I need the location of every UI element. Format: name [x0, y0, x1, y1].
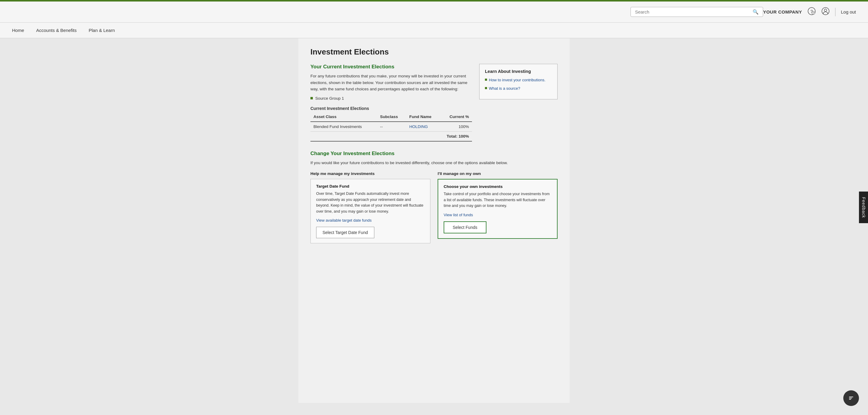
own-investments-card: Choose your own investments Take control… — [438, 179, 558, 239]
search-input[interactable] — [635, 9, 751, 14]
sidebar-link-2[interactable]: What is a source? — [489, 86, 520, 91]
svg-point-5 — [824, 9, 827, 11]
search-icon: 🔍 — [752, 9, 758, 15]
table-title: Current Investment Elections — [310, 106, 472, 111]
chat-bubble[interactable] — [843, 390, 859, 406]
sidebar-col: Learn About Investing How to invest your… — [479, 64, 558, 99]
page-title: Investment Elections — [310, 47, 558, 57]
sidebar-box: Learn About Investing How to invest your… — [479, 64, 558, 99]
cell-asset-class: Blended Fund Investments — [310, 122, 377, 132]
feedback-tab[interactable]: Feedback — [859, 192, 868, 223]
left-col-label: Help me manage my investments — [310, 171, 430, 176]
view-list-of-funds-link[interactable]: View list of funds — [444, 213, 552, 217]
help-button[interactable]: ? ? — [807, 7, 816, 17]
right-col-label: I'll manage on my own — [438, 171, 558, 176]
col-asset-class: Asset Class — [310, 112, 377, 122]
sidebar-link-item-2: What is a source? — [485, 86, 552, 91]
sidebar-bullet-1 — [485, 79, 487, 81]
top-section-row: Your Current Investment Elections For an… — [310, 64, 558, 142]
view-target-date-funds-link[interactable]: View available target date funds — [316, 218, 425, 222]
nav-plan-learn[interactable]: Plan & Learn — [89, 27, 115, 34]
nav-bar: Home Accounts & Benefits Plan & Learn — [0, 23, 868, 38]
col-subclass: Subclass — [377, 112, 406, 122]
current-elections-main: Your Current Investment Elections For an… — [310, 64, 472, 142]
own-investments-heading: Choose your own investments — [444, 184, 552, 189]
table-row: Blended Fund Investments -- HOLDING 100% — [310, 122, 472, 132]
total-row: Total: 100% — [310, 131, 472, 141]
cell-fund-name: HOLDING — [406, 122, 441, 132]
user-profile-button[interactable] — [821, 7, 830, 17]
cell-subclass: -- — [377, 122, 406, 132]
search-container: 🔍 — [630, 7, 763, 17]
select-funds-button[interactable]: Select Funds — [444, 221, 487, 233]
top-bar: 🔍 YOUR COMPANY ? ? — [0, 1, 868, 23]
change-section: Change Your Investment Elections If you … — [310, 150, 558, 243]
nav-accounts-benefits[interactable]: Accounts & Benefits — [36, 27, 76, 34]
cell-current-pct: 100% — [441, 122, 472, 132]
own-investments-description: Take control of your portfolio and choos… — [444, 191, 552, 209]
sidebar-bullet-2 — [485, 87, 487, 89]
help-icon: ? ? — [807, 7, 816, 17]
user-icon — [821, 7, 830, 17]
nav-home[interactable]: Home — [12, 27, 24, 34]
col-current-pct: Current % — [441, 112, 472, 122]
source-group: Source Group 1 — [310, 96, 472, 101]
current-elections-heading: Your Current Investment Elections — [310, 64, 472, 70]
investment-table: Asset Class Subclass Fund Name Current %… — [310, 112, 472, 142]
fund-link[interactable]: HOLDING — [409, 125, 428, 129]
current-elections-description: For any future contributions that you ma… — [310, 73, 472, 93]
target-date-heading: Target Date Fund — [316, 184, 425, 188]
right-col: I'll manage on my own Choose your own in… — [438, 171, 558, 243]
company-name: YOUR COMPANY — [763, 9, 802, 14]
total-label: Total: 100% — [310, 131, 472, 141]
source-bullet — [310, 97, 313, 99]
col-fund-name: Fund Name — [406, 112, 441, 122]
target-date-description: Over time, Target Date Funds automatical… — [316, 191, 425, 214]
change-heading: Change Your Investment Elections — [310, 150, 558, 157]
target-date-card: Target Date Fund Over time, Target Date … — [310, 179, 430, 243]
top-bar-right: YOUR COMPANY ? ? Log ou — [763, 7, 856, 17]
select-target-date-fund-button[interactable]: Select Target Date Fund — [316, 227, 374, 238]
change-description: If you would like your future contributi… — [310, 160, 558, 166]
main-wrapper: Investment Elections Your Current Invest… — [0, 38, 868, 415]
sidebar-title: Learn About Investing — [485, 69, 552, 74]
source-group-label: Source Group 1 — [315, 96, 344, 101]
sidebar-link-item-1: How to invest your contributions. — [485, 77, 552, 83]
left-col: Help me manage my investments Target Dat… — [310, 171, 430, 243]
cards-row: Help me manage my investments Target Dat… — [310, 171, 558, 243]
content-panel: Investment Elections Your Current Invest… — [299, 38, 569, 403]
svg-text:?: ? — [812, 12, 814, 15]
sidebar-link-1[interactable]: How to invest your contributions. — [489, 77, 546, 83]
logout-button[interactable]: Log out — [841, 9, 856, 14]
